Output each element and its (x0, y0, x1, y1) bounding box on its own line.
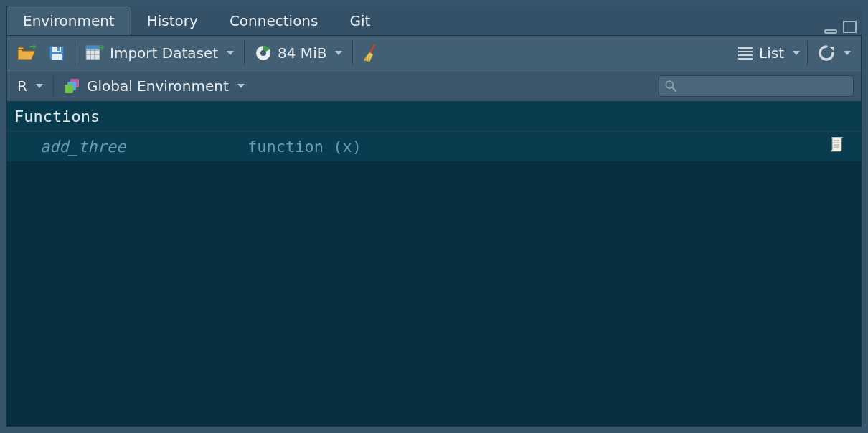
clear-workspace-button[interactable] (360, 42, 383, 64)
refresh-button[interactable] (815, 43, 854, 63)
tab-label: Environment (23, 12, 115, 29)
object-name: add_three (7, 138, 247, 156)
scope-label: Global Environment (87, 77, 229, 95)
tab-label: Connections (230, 12, 319, 29)
save-icon (49, 45, 65, 61)
svg-rect-3 (52, 47, 61, 52)
svg-rect-1 (844, 22, 856, 32)
tab-label: History (147, 12, 198, 29)
main-toolbar: Import Dataset 84 MiB (6, 35, 862, 70)
chevron-down-icon (227, 51, 234, 55)
tab-connections[interactable]: Connections (214, 6, 334, 35)
view-source-button[interactable] (829, 137, 861, 156)
broom-icon (363, 44, 380, 62)
separator (53, 76, 54, 96)
svg-rect-23 (65, 85, 73, 93)
svg-rect-4 (52, 54, 62, 60)
svg-point-13 (260, 50, 266, 56)
chevron-down-icon (335, 51, 342, 55)
list-icon (737, 47, 753, 60)
tab-history[interactable]: History (131, 6, 214, 35)
tab-environment[interactable]: Environment (6, 6, 131, 35)
stacked-squares-icon (64, 78, 81, 94)
memory-label: 84 MiB (278, 44, 326, 62)
view-mode-label: List (759, 44, 784, 62)
search-input[interactable] (682, 79, 847, 94)
minimize-icon[interactable] (824, 25, 839, 34)
script-icon (829, 137, 845, 153)
search-box[interactable] (659, 75, 854, 97)
maximize-icon[interactable] (843, 21, 857, 34)
tab-label: Git (349, 12, 370, 29)
environment-panel: Environment History Connections Git (6, 6, 862, 427)
chevron-down-icon (36, 84, 43, 88)
svg-rect-5 (57, 47, 60, 51)
search-icon (665, 80, 676, 92)
object-value: function (x) (247, 138, 829, 156)
language-selector[interactable]: R (14, 76, 46, 96)
refresh-icon (818, 44, 835, 62)
section-title: Functions (14, 108, 100, 125)
separator (244, 41, 245, 65)
separator (352, 41, 353, 65)
chevron-down-icon (844, 51, 851, 55)
svg-rect-0 (825, 30, 836, 33)
view-mode-button[interactable]: List (737, 44, 800, 62)
svg-line-14 (370, 45, 374, 53)
section-header-functions: Functions (6, 102, 862, 132)
chevron-down-icon (793, 51, 800, 55)
chevron-down-icon (237, 84, 245, 88)
empty-area (6, 162, 862, 427)
tab-strip: Environment History Connections Git (6, 6, 862, 35)
folder-open-icon (17, 45, 36, 61)
separator (75, 41, 75, 65)
secondary-toolbar: R Global Environment (6, 70, 862, 102)
load-workspace-button[interactable] (14, 44, 39, 62)
scope-selector[interactable]: Global Environment (61, 76, 247, 96)
table-row[interactable]: add_three function (x) (6, 132, 862, 162)
import-dataset-button[interactable]: Import Dataset (82, 43, 237, 63)
memory-usage-button[interactable]: 84 MiB (252, 43, 345, 63)
language-label: R (17, 77, 27, 95)
window-controls (824, 21, 857, 34)
save-workspace-button[interactable] (46, 44, 67, 62)
import-dataset-label: Import Dataset (110, 44, 218, 62)
grid-import-icon (85, 45, 104, 61)
svg-line-25 (672, 87, 676, 91)
separator (807, 41, 808, 65)
pie-chart-icon (255, 44, 272, 62)
tab-git[interactable]: Git (334, 6, 386, 35)
